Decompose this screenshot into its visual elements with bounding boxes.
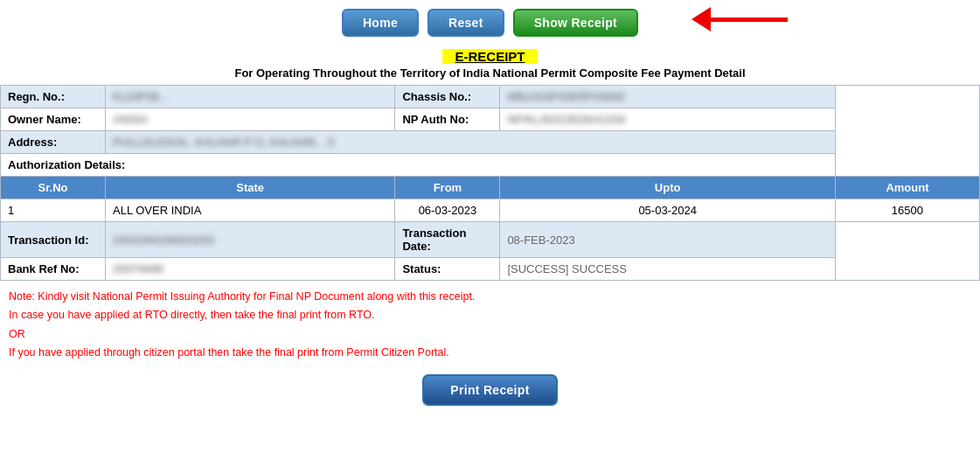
regn-no-label: Regn. No.:	[1, 86, 106, 108]
auth-upto: 05-03-2024	[500, 199, 835, 222]
regn-no-blurred: KL03F08...	[113, 90, 169, 103]
txn-id-blurred: 2302294194503203	[113, 234, 214, 247]
receipt-table: Regn. No.: KL03F08... Chassis No.: MB1A0…	[0, 85, 980, 281]
txn-id-label: Transaction Id:	[1, 222, 106, 258]
txn-id-value: 2302294194503203	[106, 222, 395, 258]
address-blurred: PULLOLICKAL, KALHAR P O, KALHAR, , 0	[113, 136, 334, 149]
note-line1: Note: Kindly visit National Permit Issui…	[9, 288, 971, 306]
arrow-head-icon	[692, 7, 711, 31]
auth-state: ALL OVER INDIA	[106, 199, 395, 222]
bank-ref-value: 25079499	[106, 258, 395, 281]
receipt-title-text: E-RECEIPT	[442, 49, 537, 64]
np-auth-no-value: NP/KL/6/022628/41334	[500, 108, 835, 131]
receipt-title-container: E-RECEIPT	[0, 49, 980, 64]
auth-columns-row: Sr.No State From Upto Amount	[1, 177, 980, 199]
notes-section: Note: Kindly visit National Permit Issui…	[0, 281, 980, 366]
table-row: Regn. No.: KL03F08... Chassis No.: MB1A0…	[1, 86, 980, 108]
txn-date-label: Transaction Date:	[395, 222, 500, 258]
print-btn-container: Print Receipt	[0, 366, 980, 418]
txn-date-value: 08-FEB-2023	[500, 222, 835, 258]
arrow-line-icon	[709, 17, 788, 22]
status-value: [SUCCESS] SUCCESS	[500, 258, 835, 281]
bank-ref-label: Bank Ref No:	[1, 258, 106, 281]
col-upto: Upto	[500, 177, 835, 199]
note-line3: OR	[9, 325, 971, 344]
receipt-subtitle: For Operating Throughout the Territory o…	[0, 66, 980, 80]
auth-srno: 1	[1, 199, 106, 222]
col-amount: Amount	[835, 177, 979, 199]
bank-ref-blurred: 25079499	[113, 262, 163, 275]
txn-id-row: Transaction Id: 2302294194503203 Transac…	[1, 222, 980, 258]
address-value: PULLOLICKAL, KALHAR P O, KALHAR, , 0	[106, 131, 836, 154]
bank-ref-row: Bank Ref No: 25079499 Status: [SUCCESS] …	[1, 258, 980, 281]
top-navigation: Home Reset Show Receipt	[0, 0, 980, 45]
col-srno: Sr.No	[1, 177, 106, 199]
col-state: State	[106, 177, 395, 199]
owner-name-value: ANISH	[106, 108, 395, 131]
reset-button[interactable]: Reset	[427, 9, 504, 37]
table-row: Owner Name: ANISH NP Auth No: NP/KL/6/02…	[1, 108, 980, 131]
print-receipt-button[interactable]: Print Receipt	[422, 374, 557, 406]
chassis-no-blurred: MB1A03F03ERF03000	[507, 90, 624, 103]
auth-data-row: 1 ALL OVER INDIA 06-03-2023 05-03-2024 1…	[1, 199, 980, 222]
note-line4: If you have applied through citizen port…	[9, 344, 971, 362]
table-row: Address: PULLOLICKAL, KALHAR P O, KALHAR…	[1, 131, 980, 154]
np-auth-no-blurred: NP/KL/6/022628/41334	[507, 113, 625, 126]
owner-name-label: Owner Name:	[1, 108, 106, 131]
auth-header-label: Authorization Details:	[1, 154, 836, 177]
status-label: Status:	[395, 258, 500, 281]
chassis-no-value: MB1A03F03ERF03000	[500, 86, 835, 108]
chassis-no-label: Chassis No.:	[395, 86, 500, 108]
col-from: From	[395, 177, 500, 199]
address-label: Address:	[1, 131, 106, 154]
regn-no-value: KL03F08...	[106, 86, 395, 108]
auth-header-row: Authorization Details:	[1, 154, 980, 177]
np-auth-no-label: NP Auth No:	[395, 108, 500, 131]
auth-amount: 16500	[835, 199, 979, 222]
show-receipt-button[interactable]: Show Receipt	[513, 9, 638, 37]
home-button[interactable]: Home	[342, 9, 419, 37]
owner-name-blurred: ANISH	[113, 113, 148, 126]
note-line2: In case you have applied at RTO directly…	[9, 306, 971, 324]
auth-from: 06-03-2023	[395, 199, 500, 222]
arrow-indicator	[692, 7, 788, 31]
